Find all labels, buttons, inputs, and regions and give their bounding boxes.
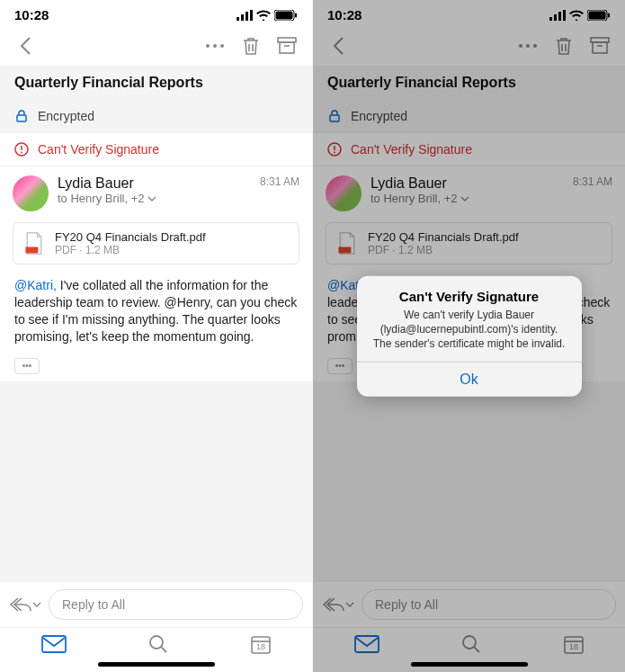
reply-mode-button[interactable] xyxy=(9,596,41,613)
to-line[interactable]: to Henry Brill, +2 xyxy=(58,192,251,205)
toolbar xyxy=(0,26,312,66)
trash-icon xyxy=(242,36,260,56)
attachment[interactable]: FY20 Q4 Financials Draft.pdf PDF · 1.2 M… xyxy=(13,222,299,264)
encrypted-label: Encrypted xyxy=(38,109,94,123)
alert-ok-button[interactable]: Ok xyxy=(357,362,582,397)
chevron-left-icon xyxy=(332,36,344,56)
status-bar: 10:28 xyxy=(0,0,312,26)
svg-point-32 xyxy=(526,44,530,48)
delete-button[interactable] xyxy=(237,31,265,60)
tab-calendar[interactable]: 18 xyxy=(250,633,272,655)
trash-icon xyxy=(555,36,573,56)
archive-button[interactable] xyxy=(272,31,301,60)
subject: Quarterly Financial Reports xyxy=(0,66,312,100)
search-icon xyxy=(148,634,168,654)
svg-point-9 xyxy=(220,44,224,48)
battery-icon xyxy=(274,10,298,21)
delete-button[interactable] xyxy=(549,31,578,60)
home-indicator[interactable] xyxy=(98,662,215,667)
back-button[interactable] xyxy=(324,31,353,60)
chevron-down-icon xyxy=(345,602,354,607)
more-icon xyxy=(205,43,225,49)
status-bar: 10:28 xyxy=(313,0,625,26)
more-icon xyxy=(518,43,538,49)
tab-search[interactable] xyxy=(461,634,481,654)
reply-input[interactable]: Reply to All xyxy=(49,589,303,620)
svg-line-20 xyxy=(161,647,166,652)
mention[interactable]: @Katri, xyxy=(14,278,57,292)
svg-rect-5 xyxy=(276,11,293,19)
avatar[interactable] xyxy=(326,175,362,211)
wifi-icon xyxy=(256,10,271,21)
calendar-icon: 18 xyxy=(250,633,272,655)
attachment-meta: PDF · 1.2 MB xyxy=(55,244,206,256)
tab-calendar[interactable]: 18 xyxy=(563,633,585,655)
reply-input[interactable]: Reply to All xyxy=(362,589,616,620)
svg-rect-41 xyxy=(338,246,351,253)
status-icons xyxy=(549,10,611,21)
tab-search[interactable] xyxy=(148,634,168,654)
svg-line-44 xyxy=(474,647,479,652)
svg-rect-42 xyxy=(355,636,379,652)
error-label: Can't Verify Signature xyxy=(351,142,472,157)
svg-rect-0 xyxy=(237,17,239,21)
chevron-down-icon xyxy=(32,602,41,607)
encrypted-label: Encrypted xyxy=(351,109,407,123)
cellular-icon xyxy=(237,10,253,21)
svg-rect-29 xyxy=(589,11,606,19)
svg-rect-1 xyxy=(241,14,244,21)
svg-rect-3 xyxy=(250,10,253,21)
tab-mail[interactable] xyxy=(41,635,67,653)
archive-button[interactable] xyxy=(585,31,614,60)
mail-icon xyxy=(41,635,67,653)
subject: Quarterly Financial Reports xyxy=(313,66,625,100)
attachment-name: FY20 Q4 Financials Draft.pdf xyxy=(368,230,519,244)
alert-icon xyxy=(14,142,29,157)
from-name[interactable]: Lydia Bauer xyxy=(58,175,251,192)
chevron-down-icon xyxy=(460,196,469,202)
phone-left: 10:28 Quarterly Financial Reports Encryp… xyxy=(0,0,312,672)
svg-point-16 xyxy=(21,152,22,154)
svg-point-8 xyxy=(213,44,217,48)
content-filler xyxy=(0,381,312,582)
reply-all-icon xyxy=(322,596,345,613)
encrypted-banner[interactable]: Encrypted xyxy=(0,100,312,133)
svg-point-31 xyxy=(519,44,522,48)
back-button[interactable] xyxy=(11,31,40,60)
content-filler xyxy=(313,381,625,582)
reply-mode-button[interactable] xyxy=(322,596,354,613)
tab-mail[interactable] xyxy=(354,635,379,653)
more-button[interactable] xyxy=(513,31,542,60)
toolbar xyxy=(313,26,625,66)
svg-point-43 xyxy=(463,636,476,649)
home-indicator[interactable] xyxy=(411,662,528,667)
archive-icon xyxy=(590,37,610,55)
error-label: Can't Verify Signature xyxy=(38,142,159,157)
svg-point-19 xyxy=(150,636,163,649)
to-line[interactable]: to Henry Brill, +2 xyxy=(371,192,564,205)
expand-quoted-button[interactable]: ••• xyxy=(327,358,353,374)
svg-rect-2 xyxy=(246,12,248,21)
message-time: 8:31 AM xyxy=(260,175,299,188)
from-name[interactable]: Lydia Bauer xyxy=(371,175,564,192)
battery-icon xyxy=(587,10,611,21)
svg-rect-30 xyxy=(608,13,610,17)
expand-quoted-button[interactable]: ••• xyxy=(14,358,40,374)
tab-bar: 18 xyxy=(313,627,625,657)
attachment[interactable]: FY20 Q4 Financials Draft.pdf PDF · 1.2 M… xyxy=(326,222,612,264)
reply-bar: Reply to All xyxy=(313,582,625,627)
more-button[interactable] xyxy=(201,31,229,60)
avatar[interactable] xyxy=(13,175,49,211)
cellular-icon xyxy=(549,10,566,21)
pdf-icon xyxy=(335,232,359,255)
search-icon xyxy=(461,634,481,654)
svg-point-40 xyxy=(334,152,335,154)
encrypted-banner[interactable]: Encrypted xyxy=(313,100,625,133)
signature-error-banner[interactable]: Can't Verify Signature xyxy=(0,133,312,166)
alert-title: Can't Verify Signature xyxy=(371,288,567,303)
pdf-icon xyxy=(22,232,46,255)
message-time: 8:31 AM xyxy=(573,175,612,188)
signature-error-banner[interactable]: Can't Verify Signature xyxy=(313,133,625,166)
svg-text:18: 18 xyxy=(255,642,264,651)
alert-icon xyxy=(327,142,342,157)
